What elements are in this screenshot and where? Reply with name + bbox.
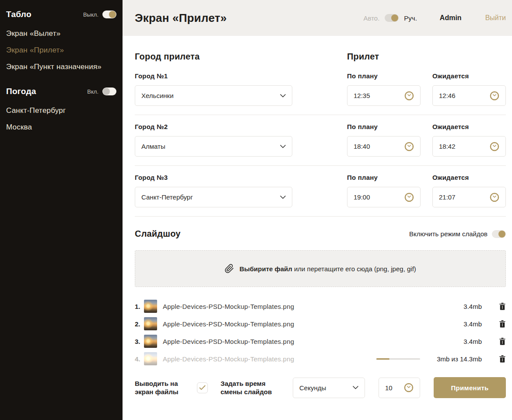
clock-icon[interactable] xyxy=(404,192,414,202)
dropzone-text-bold: Выбирите файл xyxy=(239,265,292,273)
file-thumbnail xyxy=(144,317,157,330)
slideshow-footer: Выводить на экран файлы Задать время сме… xyxy=(135,377,506,398)
file-dropzone[interactable]: Выбирите файл или перетащите его сюда (p… xyxy=(135,250,506,287)
file-name: Apple-Devices-PSD-Mockup-Templates.png xyxy=(163,338,294,345)
weather-toggle[interactable] xyxy=(102,88,116,95)
file-thumbnail xyxy=(144,335,157,348)
sidebar-section-tablo: Табло Выкл. Экран «Вылет» Экран «Прилет»… xyxy=(6,10,116,75)
interval-input[interactable] xyxy=(385,384,400,392)
tablo-toggle[interactable] xyxy=(102,10,116,18)
weather-toggle-label: Вкл. xyxy=(87,88,98,95)
chevron-down-icon xyxy=(280,145,286,148)
city3-select[interactable]: Санкт-Петербург xyxy=(135,187,292,207)
file-size: 3.4mb xyxy=(456,303,482,310)
interval-input-wrap xyxy=(379,378,420,398)
expected1-input[interactable] xyxy=(439,92,486,99)
planned1-input-wrap xyxy=(347,85,421,106)
city1-label: Город №1 xyxy=(135,72,292,80)
sidebar-section-title-weather: Погода xyxy=(6,87,36,96)
sidebar: Табло Выкл. Экран «Вылет» Экран «Прилет»… xyxy=(0,0,123,420)
arrival-row-1: Город №1 Хельсинки По плану Ожидается xyxy=(135,72,506,115)
expected2-input-wrap xyxy=(432,136,506,157)
file-list: 1. Apple-Devices-PSD-Mockup-Templates.pn… xyxy=(135,298,506,368)
arrival-heading: Прилет xyxy=(347,52,379,62)
planned3-label: По плану xyxy=(347,174,421,181)
slideshow-toggle[interactable] xyxy=(492,230,506,238)
weather-toggle-knob xyxy=(103,88,110,95)
sidebar-item-moscow-weather[interactable]: Москва xyxy=(6,119,116,136)
city1-select[interactable]: Хельсинки xyxy=(135,85,292,106)
sidebar-section-title-tablo: Табло xyxy=(6,10,32,19)
file-row-3: 3. Apple-Devices-PSD-Mockup-Templates.pn… xyxy=(135,332,506,350)
expected2-label: Ожидается xyxy=(432,123,506,130)
tablo-toggle-knob xyxy=(109,11,116,18)
planned3-input-wrap xyxy=(347,187,421,207)
sidebar-item-destination-screen[interactable]: Экран «Пункт назначения» xyxy=(6,59,116,75)
mode-toggle[interactable] xyxy=(385,14,399,22)
top-bar: Экран «Прилет» Авто. Руч. Admin Выйти xyxy=(123,0,512,36)
city3-label: Город №3 xyxy=(135,174,292,181)
file-name: Apple-Devices-PSD-Mockup-Templates.png xyxy=(163,320,294,328)
display-files-label: Выводить на экран файлы xyxy=(135,379,197,396)
expected3-label: Ожидается xyxy=(432,174,506,181)
clock-icon[interactable] xyxy=(404,91,414,101)
page-title: Экран «Прилет» xyxy=(135,11,227,25)
file-row-4-uploading: 4. Apple-Devices-PSD-Mockup-Templates.pn… xyxy=(135,350,506,368)
apply-button[interactable]: Применить xyxy=(434,377,506,398)
expected3-input[interactable] xyxy=(439,193,486,201)
paperclip-icon xyxy=(224,264,234,273)
sidebar-item-departure-screen[interactable]: Экран «Вылет» xyxy=(6,25,116,42)
sidebar-section-weather: Погода Вкл. Санкт-Петербург Москва xyxy=(6,87,116,136)
expected3-input-wrap xyxy=(432,187,506,207)
planned1-input[interactable] xyxy=(354,92,401,99)
file-upload-size: 3mb из 14.3mb xyxy=(431,355,482,363)
mode-manual-label: Руч. xyxy=(404,14,417,22)
mode-auto-label: Авто. xyxy=(363,14,379,22)
file-size: 3.4mb xyxy=(456,338,482,345)
clock-icon[interactable] xyxy=(404,142,414,151)
content: Город прилета Прилет Город №1 Хельсинки … xyxy=(123,36,512,398)
tablo-toggle-label: Выкл. xyxy=(83,11,98,18)
trash-icon[interactable] xyxy=(499,303,506,310)
file-row-1: 1. Apple-Devices-PSD-Mockup-Templates.pn… xyxy=(135,298,506,315)
main-area: Экран «Прилет» Авто. Руч. Admin Выйти Го… xyxy=(123,0,512,420)
expected1-label: Ожидается xyxy=(432,72,506,80)
chevron-down-icon xyxy=(280,94,286,98)
upload-progress-bar xyxy=(376,358,420,360)
slideshow-toggle-knob xyxy=(498,231,505,238)
planned3-input[interactable] xyxy=(354,193,401,201)
city3-select-value: Санкт-Петербург xyxy=(141,193,280,201)
planned2-label: По плану xyxy=(347,123,421,130)
check-icon xyxy=(199,385,206,390)
slide-time-label: Задать время смены слайдов xyxy=(221,379,286,396)
display-files-checkbox[interactable] xyxy=(197,382,208,393)
clock-icon[interactable] xyxy=(490,192,499,202)
arrival-row-3: Город №3 Санкт-Петербург По плану Ожидае… xyxy=(135,174,506,217)
dropzone-text: Выбирите файл или перетащите его сюда (p… xyxy=(239,265,416,273)
trash-icon[interactable] xyxy=(499,355,506,363)
file-name: Apple-Devices-PSD-Mockup-Templates.png xyxy=(163,303,294,310)
logout-link[interactable]: Выйти xyxy=(485,14,506,22)
clock-icon[interactable] xyxy=(490,91,499,101)
expected2-input[interactable] xyxy=(439,143,486,150)
dropzone-text-rest: или перетащите его сюда (png, jpeg, gif) xyxy=(292,265,416,273)
time-unit-value: Секунды xyxy=(299,384,353,392)
mode-toggle-knob xyxy=(391,14,398,21)
arrival-cities-heading: Город прилета xyxy=(135,52,347,62)
file-name: Apple-Devices-PSD-Mockup-Templates.png xyxy=(163,355,294,363)
sidebar-item-arrival-screen[interactable]: Экран «Прилет» xyxy=(6,42,116,59)
slideshow-heading: Слайдшоу xyxy=(135,229,181,239)
sidebar-item-spb-weather[interactable]: Санкт-Петербург xyxy=(6,102,116,119)
trash-icon[interactable] xyxy=(499,320,506,328)
chevron-down-icon xyxy=(353,386,358,389)
planned2-input[interactable] xyxy=(354,143,401,150)
time-unit-select[interactable]: Секунды xyxy=(293,378,365,398)
clock-icon[interactable] xyxy=(404,383,414,392)
trash-icon[interactable] xyxy=(499,338,506,345)
file-thumbnail xyxy=(144,352,157,365)
user-name: Admin xyxy=(440,14,462,22)
city2-select[interactable]: Алматы xyxy=(135,136,292,157)
clock-icon[interactable] xyxy=(490,142,499,151)
expected1-input-wrap xyxy=(432,85,506,106)
planned1-label: По плану xyxy=(347,72,421,80)
